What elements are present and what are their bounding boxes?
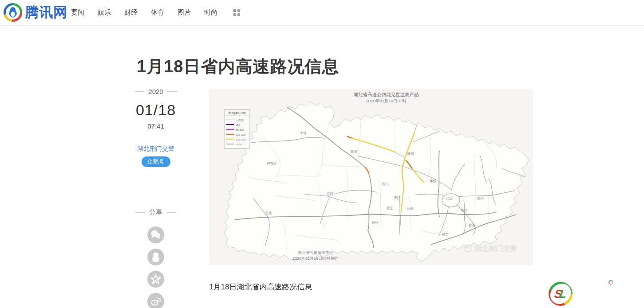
watermark: 湖北荆门交警 — [464, 244, 517, 252]
map-legend: 图例(单位: m) 无数据 ≤50 50-100 100-200 200-500… — [224, 109, 250, 148]
sl-letter-l: L — [559, 287, 568, 301]
city-label: 咸宁 — [442, 232, 449, 236]
meta-date: 01/18 — [128, 101, 184, 119]
city-label: 荆门 — [382, 182, 389, 186]
city-label: 天门 — [394, 196, 401, 200]
site-name: 腾讯网 — [25, 3, 67, 22]
legend-label: 无数据 — [236, 118, 244, 122]
city-label: 黄石 — [469, 223, 476, 227]
share-label: 分享 — [149, 208, 162, 217]
tencent-penguin-icon — [4, 3, 22, 22]
share-qq-button[interactable] — [147, 249, 164, 265]
qzone-star-icon — [147, 271, 164, 288]
spinner-icon — [608, 280, 613, 285]
image-caption: 1月18日湖北省内高速路况信息 — [209, 282, 312, 292]
apps-grid-icon[interactable] — [233, 9, 240, 16]
city-label: 随州 — [407, 152, 414, 156]
city-label: 孝感 — [430, 179, 437, 183]
wechat-icon — [147, 226, 164, 243]
city-label: 武汉 — [446, 196, 453, 200]
share-label-row: 分享 — [128, 208, 184, 217]
share-wechat-button[interactable] — [147, 226, 164, 243]
nav-item-entertainment[interactable]: 娱乐 — [98, 8, 111, 17]
share-weibo-button[interactable] — [147, 293, 164, 308]
city-label: 十堰 — [300, 131, 307, 135]
article-image-visibility-map: 十堰 襄阳 随州 神农架 孝感 荆门 宜昌 武汉 黄冈 天门 潜江 仙桃 鄂州 … — [209, 89, 533, 265]
legend-label: >500 — [236, 143, 242, 146]
map-footer-date: 2020年01月18日07时制作 — [292, 256, 339, 261]
tencent-logo[interactable]: 腾讯网 — [4, 3, 67, 22]
hubei-province-outline — [224, 102, 529, 261]
map-title: 湖北省高速公路能见度监测产品 — [354, 92, 419, 97]
map-footer-source: 湖北省气象服务中心 — [298, 250, 334, 255]
author-link[interactable]: 湖北荆门交警 — [128, 145, 184, 153]
city-label: 仙桃 — [407, 207, 414, 211]
penguin-account-badge[interactable]: 企鹅号 — [142, 156, 170, 167]
city-label: 潜江 — [387, 206, 394, 210]
city-label: 襄阳 — [351, 149, 357, 153]
city-label: 荆州 — [372, 221, 379, 225]
watermark-text: 湖北荆门交警 — [474, 244, 517, 252]
nav-item-pictures[interactable]: 图片 — [178, 8, 191, 17]
meta-year-row: 2020 — [128, 88, 184, 95]
legend-title: 图例(单位: m) — [229, 111, 246, 115]
share-qzone-button[interactable] — [147, 271, 164, 288]
article-meta: 2020 01/18 07:41 湖北荆门交警 企鹅号 — [128, 88, 184, 167]
sl-brand-icon: SL — [549, 282, 573, 306]
meta-time: 07:41 — [128, 122, 184, 130]
nav-item-fashion[interactable]: 时尚 — [204, 8, 217, 17]
legend-label: 50-100 — [236, 129, 244, 131]
nav-item-finance[interactable]: 财经 — [124, 8, 138, 17]
nav-item-news[interactable]: 要闻 — [71, 8, 84, 17]
qq-icon — [147, 249, 164, 265]
meta-year: 2020 — [148, 88, 163, 95]
legend-label: 100-200 — [236, 133, 246, 136]
map-subtitle: 2020年01月18日07时 — [366, 98, 407, 103]
main-nav: 要闻 娱乐 财经 体育 图片 时尚 — [71, 0, 217, 25]
city-label: 宜昌 — [327, 192, 333, 196]
legend-label: 200-500 — [236, 138, 246, 141]
city-label: 黄冈 — [477, 196, 484, 200]
nav-item-sports[interactable]: 体育 — [151, 8, 164, 17]
city-label: 神农架 — [267, 161, 277, 165]
legend-label: ≤50 — [236, 124, 241, 126]
city-label: 鄂州 — [461, 208, 467, 212]
page: 腾讯网 要闻 娱乐 财经 体育 图片 时尚 1月18日省内高速路况信息 2020… — [0, 0, 644, 308]
weibo-icon — [147, 293, 164, 308]
top-navbar: 腾讯网 要闻 娱乐 财经 体育 图片 时尚 — [0, 0, 644, 26]
page-title: 1月18日省内高速路况信息 — [137, 55, 339, 78]
city-label: 恩施 — [265, 211, 273, 215]
share-panel: 分享 — [128, 208, 184, 308]
